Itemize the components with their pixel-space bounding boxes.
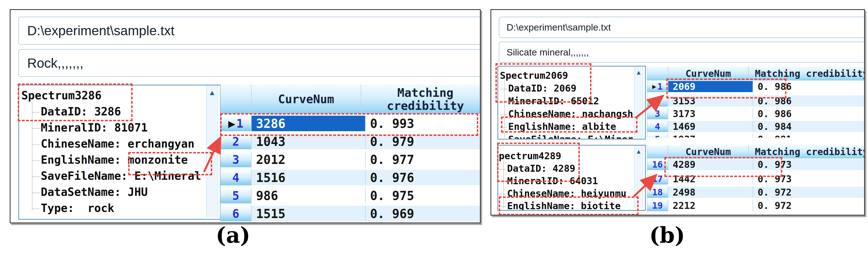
credibility-cell[interactable]: 0. 975: [366, 188, 481, 203]
credibility-cell[interactable]: 0. 993: [366, 116, 481, 131]
tree-item-savefilename[interactable]: SaveFileName: E:\Mineral: [41, 170, 201, 182]
tree-scrollbar[interactable]: ▲: [634, 67, 643, 137]
curvenum-cell[interactable]: 1469: [668, 121, 753, 132]
panel-b: D:\experiment\sample.txt Silicate minera…: [491, 9, 865, 216]
row-number: 5: [655, 134, 660, 137]
curvenum-cell[interactable]: 2069: [668, 81, 753, 92]
scroll-up-icon[interactable]: ▲: [637, 69, 640, 137]
credibility-header[interactable]: Matching credibility: [749, 145, 865, 158]
curvenum-cell[interactable]: 3153: [668, 95, 753, 106]
curvenum-cell[interactable]: 2212: [668, 200, 753, 211]
credibility-cell[interactable]: 0. 981: [753, 134, 865, 137]
credibility-cell[interactable]: 0. 972: [753, 200, 865, 211]
file-path-input[interactable]: D:\experiment\sample.txt: [18, 17, 481, 45]
tree-item-mineralid[interactable]: MineralID: 65012: [508, 96, 599, 106]
table-row[interactable]: 16 4289 0. 973: [647, 159, 865, 170]
row-number: 18: [652, 187, 663, 197]
caption-b: (b): [641, 222, 693, 248]
tree-item-dataid[interactable]: DataID: 4289: [507, 163, 575, 173]
curvenum-cell[interactable]: 986: [252, 188, 366, 203]
table-row[interactable]: 4 1469 0. 984: [647, 121, 865, 132]
table-row[interactable]: 18 2498 0. 972: [647, 187, 865, 198]
credibility-header[interactable]: Matching credibility: [749, 67, 865, 81]
table-row[interactable]: ▶ 1 3286 0. 993: [220, 116, 481, 131]
tree-item-datasetname[interactable]: DataSetName: JHU: [41, 186, 148, 198]
match-table-2: CurveNum Matching credibility 16 4289 0.…: [647, 145, 865, 213]
curvenum-header[interactable]: CurveNum: [668, 145, 749, 158]
curvenum-cell[interactable]: 3173: [668, 108, 753, 119]
tree-item-mineralid[interactable]: MineralID: 81071: [41, 122, 148, 134]
tree-scrollbar[interactable]: ▲: [206, 86, 218, 217]
tree-guide-line: [32, 101, 32, 210]
curvenum-cell[interactable]: 1043: [252, 134, 366, 149]
credibility-cell[interactable]: 0. 986: [753, 81, 865, 92]
curvenum-header[interactable]: CurveNum: [668, 67, 749, 81]
row-number: 1: [236, 117, 243, 130]
credibility-cell[interactable]: 0. 984: [753, 121, 865, 132]
tree-item-chinesename[interactable]: ChineseName: erchangyan: [41, 137, 194, 150]
curvenum-cell[interactable]: 1515: [252, 206, 366, 221]
curvenum-cell[interactable]: 1516: [252, 170, 366, 185]
table-header: CurveNum Matching credibility: [220, 85, 481, 114]
row-number: 1: [657, 81, 663, 92]
table-row[interactable]: 6 1515 0. 969: [220, 206, 481, 221]
credibility-cell[interactable]: 0. 973: [753, 159, 865, 170]
curvenum-cell[interactable]: 4289: [668, 159, 753, 170]
row-number-header[interactable]: [647, 145, 668, 158]
row-number-header[interactable]: [220, 85, 252, 114]
tree-item-mineralid[interactable]: MineralID: 64031: [507, 176, 598, 186]
panel-a: D:\experiment\sample.txt Rock,,,,,,, Spe…: [10, 9, 481, 223]
tree-item-englishname[interactable]: EnglishName: albite: [508, 121, 616, 132]
tree-item-savefilename[interactable]: SaveFileName: E:\Miner: [508, 134, 633, 139]
tree-item-dataid[interactable]: DataID: 2069: [508, 83, 577, 94]
table-row[interactable]: 19 2212 0. 972: [647, 200, 865, 211]
file-path-input[interactable]: D:\experiment\sample.txt: [499, 17, 865, 38]
sample-type-input[interactable]: Silicate mineral,,,,,,,: [499, 42, 865, 63]
spectrum-tree-1: Spectrum2069 DataID: 2069 MineralID: 650…: [497, 66, 646, 139]
curvenum-header[interactable]: CurveNum: [252, 85, 361, 114]
credibility-cell[interactable]: 0. 976: [366, 170, 481, 185]
table-row[interactable]: 5 986 0. 975: [220, 188, 481, 203]
curvenum-cell[interactable]: 1442: [668, 173, 753, 185]
spectrum-tree: Spectrum3286 DataID: 3286 MineralID: 810…: [18, 85, 221, 220]
table-row[interactable]: ▶ 1 2069 0. 986: [647, 81, 865, 92]
tree-root[interactable]: pectrum4289: [499, 151, 561, 161]
tree-item-dataid[interactable]: DataID: 3286: [41, 105, 121, 118]
table-row[interactable]: 3 2012 0. 977: [220, 152, 481, 167]
table-row[interactable]: 2 3153 0. 986: [647, 95, 865, 106]
credibility-cell[interactable]: 0. 979: [366, 134, 481, 149]
tree-item-englishname[interactable]: EnglishName: monzonite: [41, 154, 188, 166]
scroll-up-icon[interactable]: ▲: [210, 89, 214, 217]
credibility-cell[interactable]: 0. 986: [753, 95, 865, 106]
curvenum-cell[interactable]: 2012: [252, 152, 366, 167]
row-number-header[interactable]: [647, 67, 668, 81]
table-row[interactable]: 4 1516 0. 976: [220, 170, 481, 185]
table-row[interactable]: 3 3173 0. 986: [647, 108, 865, 119]
table-row[interactable]: 17 1442 0. 973: [647, 173, 865, 185]
table-header: CurveNum Matching credibility: [647, 145, 865, 158]
tree-item-chinesename[interactable]: ChineseName: heiyunmu: [507, 188, 626, 199]
curvenum-cell[interactable]: 3286: [252, 116, 366, 131]
tree-item-type[interactable]: Type: rock: [41, 202, 114, 214]
curvenum-cell[interactable]: 1937: [668, 134, 753, 137]
credibility-cell[interactable]: 0. 977: [366, 152, 481, 167]
sample-type-input[interactable]: Rock,,,,,,,: [18, 49, 481, 77]
tree-item-chinesename[interactable]: ChineseName: nachangsh: [508, 108, 633, 119]
caption-a: (a): [207, 222, 259, 248]
curvenum-cell[interactable]: 2498: [668, 187, 753, 198]
tree-item-englishname[interactable]: EnglishName: biotite: [507, 200, 621, 211]
row-number: 2: [655, 96, 660, 106]
credibility-cell[interactable]: 0. 986: [753, 108, 865, 119]
selected-row-marker-icon: ▶: [228, 117, 235, 130]
tree-scrollbar[interactable]: ▲: [634, 146, 643, 208]
credibility-cell[interactable]: 0. 969: [366, 206, 481, 221]
table-row[interactable]: 2 1043 0. 979: [220, 134, 481, 149]
tree-root[interactable]: Spectrum3286: [21, 89, 101, 101]
row-number: 3: [655, 108, 660, 119]
table-row[interactable]: 5 1937 0. 981: [647, 134, 865, 137]
credibility-header[interactable]: Matching credibility: [361, 85, 481, 114]
scroll-up-icon[interactable]: ▲: [637, 148, 640, 208]
credibility-cell[interactable]: 0. 972: [753, 187, 865, 198]
credibility-cell[interactable]: 0. 973: [753, 173, 865, 185]
tree-root[interactable]: Spectrum2069: [500, 70, 568, 81]
